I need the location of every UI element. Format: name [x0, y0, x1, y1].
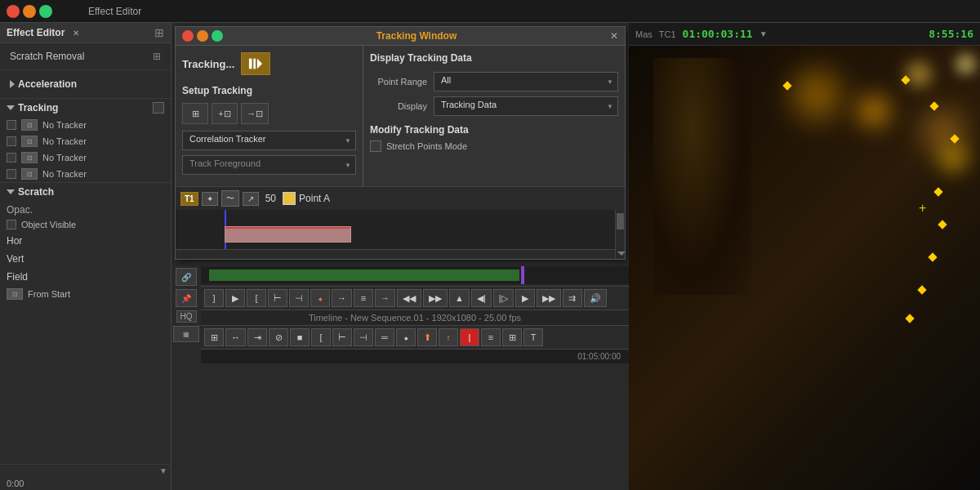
tl-tool-3[interactable]: ⇥ — [247, 328, 267, 346]
svg-marker-2 — [257, 59, 262, 69]
scroll-down-icon[interactable]: ▼ — [159, 466, 167, 475]
tl-upload-btn[interactable]: ⬆ — [417, 328, 437, 346]
vol-btn[interactable]: 🔊 — [584, 289, 607, 307]
max-btn-app[interactable] — [39, 5, 52, 18]
display-row-label: Display — [370, 101, 427, 111]
point-range-dropdown-wrapper: All — [434, 72, 618, 91]
tl-tool-8[interactable]: ⊣ — [354, 328, 373, 346]
tc-dropdown-icon[interactable]: ▼ — [760, 29, 768, 38]
setup-btn-3[interactable]: →⊡ — [241, 103, 269, 124]
tw-max-btn[interactable] — [212, 30, 223, 42]
tracker-1-checkbox[interactable] — [7, 120, 16, 130]
window-controls: Effect Editor — [0, 5, 148, 18]
object-visible-checkbox[interactable] — [7, 220, 16, 229]
tl-scrollbar-horizontal[interactable] — [176, 249, 615, 259]
tl-wave-btn[interactable]: 〜 — [221, 190, 239, 207]
tl-tool-5[interactable]: ■ — [290, 328, 310, 346]
tl-scrollbar-vertical[interactable] — [615, 210, 625, 259]
next-frame-slow-btn[interactable]: |▷ — [493, 289, 514, 307]
play-btn[interactable]: ▶ — [225, 289, 245, 307]
hor-row: Hor — [0, 232, 171, 250]
vert-label: Vert — [7, 253, 24, 265]
tracker-4-checkbox[interactable] — [7, 169, 16, 179]
tl-tool-6[interactable]: [ — [311, 328, 331, 346]
timeline-tools: ⊞ ↔ ⇥ ⊘ ■ [ ⊢ ⊣ ═ ⬥ ⬆ ↑ | ≡ ⊞ T — [201, 325, 629, 349]
scratch-header[interactable]: Scratch — [0, 182, 171, 201]
video-preview-panel: Mas TC1 01:00:03:11 ▼ 8:55:16 — [629, 23, 980, 490]
tl-tool-9[interactable]: ═ — [375, 328, 394, 346]
ff-btn[interactable]: ▶▶ — [423, 289, 448, 307]
tracker-3-checkbox[interactable] — [7, 153, 16, 163]
rewind-btn[interactable]: ◀◀ — [397, 289, 421, 307]
point-range-dropdown[interactable]: All — [434, 72, 618, 91]
split2-btn[interactable]: ⊣ — [289, 289, 309, 307]
tracking-window-close-btn[interactable]: ✕ — [610, 30, 618, 42]
tw-tracking-label: Tracking... — [182, 58, 234, 70]
tracker-1-icon: ⊡ — [21, 119, 38, 131]
hor-label: Hor — [7, 235, 22, 247]
tl-tool-1[interactable]: ⊞ — [204, 328, 224, 346]
tl-up-arrow-btn[interactable]: ↑ — [439, 328, 458, 346]
tl-tool-4[interactable]: ⊘ — [269, 328, 288, 346]
setup-btn-2[interactable]: +⊡ — [212, 103, 238, 124]
bokeh-5 — [956, 54, 976, 74]
min-btn-app[interactable] — [23, 5, 36, 18]
field-label: Field — [7, 271, 28, 283]
play-fwd-btn[interactable]: ▶ — [515, 289, 535, 307]
seq-btn[interactable]: ≡ — [354, 289, 373, 307]
go-next2-btn[interactable]: → — [375, 289, 395, 307]
tl-text-btn[interactable]: T — [523, 328, 543, 346]
tl-list-btn[interactable]: ≡ — [481, 328, 501, 346]
acceleration-header[interactable]: Acceleration — [7, 75, 164, 93]
tc-value-1: 01:00:03:11 — [683, 28, 753, 40]
tl-color-box[interactable] — [283, 192, 296, 205]
tracker-2-icon: ⊡ — [21, 136, 38, 147]
tracking-window-titlebar: Tracking Window ✕ — [176, 27, 625, 46]
timeline-ruler: 01:05:00:00 — [201, 349, 629, 363]
pin-icon-btn[interactable]: 📌 — [176, 289, 197, 307]
play-fwd2-btn[interactable]: ▶▶ — [537, 289, 561, 307]
person-silhouette — [653, 58, 751, 295]
tw-close-btn[interactable] — [182, 30, 194, 42]
mark-left-btn[interactable]: [ — [247, 289, 266, 307]
tl-arrow-btn[interactable]: ↗ — [243, 192, 259, 206]
timeline-green-segment — [209, 270, 519, 281]
svg-rect-0 — [249, 59, 252, 69]
link-icon-btn[interactable]: 🔗 — [176, 268, 197, 286]
timeline-marker-label: 01:05:00:00 — [577, 352, 621, 361]
hq-badge: HQ — [176, 310, 197, 323]
tracking-checkbox[interactable] — [153, 102, 164, 114]
setup-btn-1[interactable]: ⊞ — [182, 103, 208, 124]
track-mode-select[interactable]: Track Foreground — [182, 155, 356, 175]
go-next-btn[interactable]: → — [332, 289, 352, 307]
tw-timeline-header: T1 ✦ 〜 ↗ 50 Point A — [176, 187, 625, 210]
close-btn-app[interactable] — [7, 5, 20, 18]
tracker-type-select[interactable]: Correlation Tracker — [182, 131, 356, 150]
tl-tool-2[interactable]: ↔ — [225, 328, 246, 346]
prev-frame-btn[interactable]: ◀| — [471, 289, 492, 307]
tw-play-tracking-btn[interactable] — [241, 52, 270, 75]
tracking-header[interactable]: Tracking — [0, 99, 171, 117]
tracker-2-checkbox[interactable] — [7, 136, 16, 146]
stretch-checkbox[interactable] — [370, 140, 381, 152]
display-dropdown[interactable]: Tracking Data — [434, 96, 618, 116]
point-range-row: Point Range All — [370, 72, 618, 91]
bokeh-6 — [939, 144, 968, 172]
split-btn[interactable]: ⊢ — [268, 289, 287, 307]
tracker-row-1: ⊡ No Tracker — [0, 117, 171, 133]
triangle-btn[interactable]: ▲ — [449, 289, 470, 307]
tc-value-2: 8:55:16 — [929, 28, 973, 40]
mark-in-btn[interactable]: ] — [204, 289, 224, 307]
tl-grid-btn[interactable]: ⊞ — [502, 328, 522, 346]
effect-editor-close[interactable]: ✕ — [73, 29, 79, 38]
tracking-section: Tracking ⊡ No Tracker ⊡ No Tracker ⊡ No … — [0, 99, 171, 182]
mark-red-btn[interactable]: ⬥ — [310, 289, 330, 307]
tw-min-btn[interactable] — [197, 30, 208, 42]
tl-t1-btn[interactable]: T1 — [180, 192, 198, 206]
tl-tool-7[interactable]: ⊢ — [332, 328, 352, 346]
bokeh-1 — [792, 70, 841, 119]
tl-tool-10[interactable]: ⬥ — [396, 328, 416, 346]
display-row: Display Tracking Data — [370, 96, 618, 116]
audio-btn[interactable]: ⇉ — [563, 289, 582, 307]
tl-star-btn[interactable]: ✦ — [202, 192, 218, 206]
